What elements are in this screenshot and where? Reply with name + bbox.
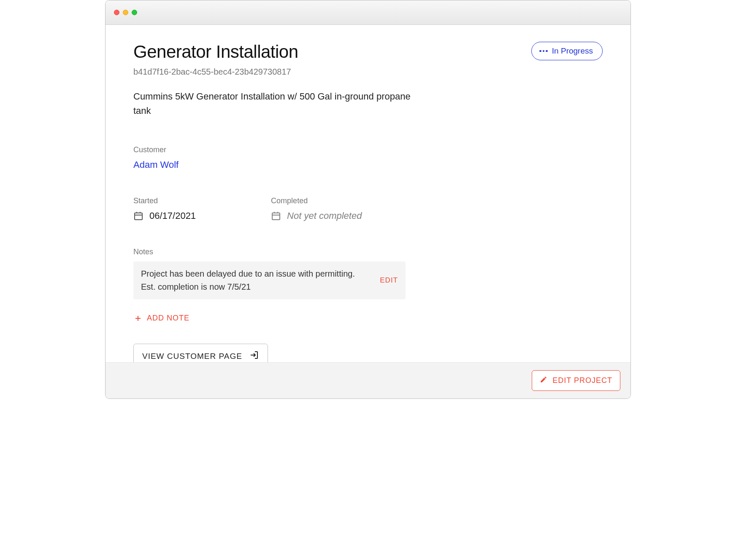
add-note-label: ADD NOTE xyxy=(147,314,189,323)
view-customer-label: VIEW CUSTOMER PAGE xyxy=(142,352,242,361)
dates-row: Started 06/17/2021 Completed xyxy=(133,197,603,221)
project-description: Cummins 5kW Generator Installation w/ 50… xyxy=(133,89,412,118)
window-minimize-button[interactable] xyxy=(123,10,128,15)
completed-date-placeholder: Not yet completed xyxy=(287,210,362,221)
more-horizontal-icon xyxy=(539,50,548,52)
edit-note-button[interactable]: EDIT xyxy=(380,276,398,285)
started-date-column: Started 06/17/2021 xyxy=(133,197,196,221)
edit-project-label: EDIT PROJECT xyxy=(552,376,612,385)
svg-rect-0 xyxy=(135,213,142,220)
started-value-row: 06/17/2021 xyxy=(133,210,196,221)
edit-project-button[interactable]: EDIT PROJECT xyxy=(532,370,620,391)
page-content: Generator Installation In Progress b41d7… xyxy=(106,25,630,362)
pencil-icon xyxy=(540,376,547,385)
calendar-icon xyxy=(271,211,281,221)
notes-section: Notes Project has been delayed due to an… xyxy=(133,248,406,325)
status-label: In Progress xyxy=(552,46,593,56)
project-id: b41d7f16-2bac-4c55-bec4-23b429730817 xyxy=(133,67,603,77)
note-text: Project has been delayed due to an issue… xyxy=(141,267,371,293)
customer-section: Customer Adam Wolf xyxy=(133,145,603,170)
window-close-button[interactable] xyxy=(114,10,119,15)
app-window: Generator Installation In Progress b41d7… xyxy=(105,0,631,399)
svg-rect-4 xyxy=(272,213,280,220)
window-zoom-button[interactable] xyxy=(132,10,137,15)
titlebar xyxy=(106,0,630,25)
header-row: Generator Installation In Progress xyxy=(133,42,603,62)
customer-label: Customer xyxy=(133,145,603,154)
project-title: Generator Installation xyxy=(133,42,298,62)
completed-label: Completed xyxy=(271,197,362,205)
status-chip[interactable]: In Progress xyxy=(531,42,603,60)
completed-value-row: Not yet completed xyxy=(271,210,362,221)
note-card: Project has been delayed due to an issue… xyxy=(133,261,406,299)
completed-date-column: Completed Not yet completed xyxy=(271,197,362,221)
notes-label: Notes xyxy=(133,248,406,256)
customer-link[interactable]: Adam Wolf xyxy=(133,159,179,170)
started-date-value: 06/17/2021 xyxy=(149,210,196,221)
view-customer-button[interactable]: VIEW CUSTOMER PAGE xyxy=(133,344,268,362)
add-note-button[interactable]: ADD NOTE xyxy=(133,311,190,325)
footer-bar: EDIT PROJECT xyxy=(106,362,630,398)
calendar-icon xyxy=(133,211,143,221)
exit-to-app-icon xyxy=(249,350,259,362)
started-label: Started xyxy=(133,197,196,205)
plus-icon xyxy=(134,315,142,322)
